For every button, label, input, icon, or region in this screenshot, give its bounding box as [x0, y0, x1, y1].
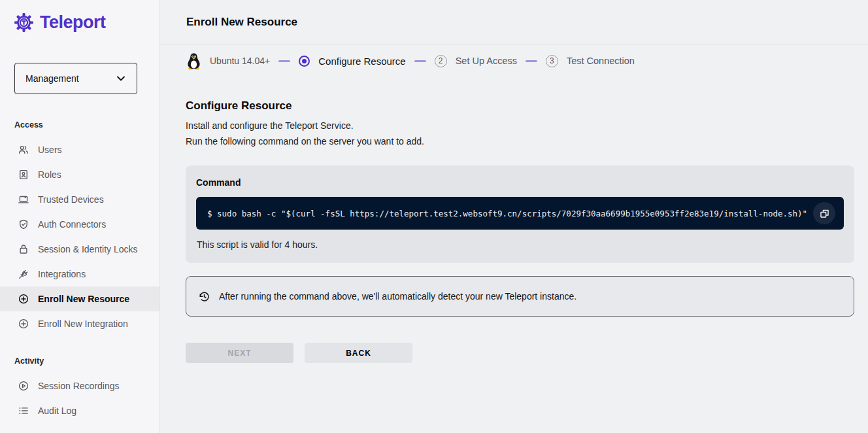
linux-tux-icon	[186, 52, 201, 70]
plus-circle-icon	[18, 318, 29, 330]
step-description-line1: Install and configure the Teleport Servi…	[186, 118, 854, 133]
back-button[interactable]: BACK	[305, 343, 412, 363]
step-2-circle: 2	[435, 55, 447, 67]
sidebar-section-activity: Activity	[14, 356, 159, 366]
sidebar-item-label: Auth Connectors	[38, 219, 106, 230]
sidebar-item-integrations[interactable]: Integrations	[0, 262, 159, 286]
sidebar: Teleport Management Access Users Roles T…	[0, 0, 160, 433]
step-content: Configure Resource Install and configure…	[160, 71, 868, 363]
sidebar-item-label: Trusted Devices	[38, 194, 104, 205]
stepper-resource-label: Ubuntu 14.04+	[210, 56, 270, 66]
step-connector	[526, 60, 537, 62]
sidebar-section-access: Access	[14, 120, 159, 130]
auto-detect-info-text: After running the command above, we'll a…	[219, 291, 576, 302]
sidebar-item-trusted-devices[interactable]: Trusted Devices	[0, 187, 159, 212]
step-connector	[278, 60, 290, 62]
sidebar-item-label: Audit Log	[38, 406, 76, 416]
sidebar-item-auth-connectors[interactable]: Auth Connectors	[0, 212, 159, 237]
command-panel-label: Command	[196, 177, 844, 188]
shield-check-icon	[18, 218, 29, 230]
step-configure-resource: Configure Resource	[318, 56, 405, 67]
plus-circle-icon	[18, 293, 29, 305]
sidebar-item-users[interactable]: Users	[0, 137, 159, 162]
step-test-connection: Test Connection	[567, 56, 635, 66]
sidebar-item-label: Session Recordings	[38, 381, 120, 391]
chevron-down-icon	[116, 73, 126, 84]
step-set-up-access: Set Up Access	[456, 56, 517, 66]
step-3-circle: 3	[546, 55, 558, 67]
install-command-text: $ sudo bash -c "$(curl -fsSL https://tel…	[207, 209, 807, 218]
step-heading: Configure Resource	[186, 99, 854, 113]
plug-icon	[18, 268, 29, 280]
sidebar-item-enroll-new-resource[interactable]: Enroll New Resource	[0, 286, 159, 311]
command-terminal: $ sudo bash -c "$(curl -fsSL https://tel…	[196, 197, 844, 230]
brand-name: Teleport	[40, 12, 106, 33]
step-description-line2: Run the following command on the server …	[186, 134, 854, 148]
lock-icon	[18, 243, 29, 255]
main-panel: Enroll New Resource Ubuntu 14.04+ Config…	[160, 0, 868, 433]
history-clock-icon	[198, 290, 210, 303]
sidebar-item-label: Enroll New Resource	[38, 294, 129, 304]
page-title: Enroll New Resource	[186, 16, 297, 29]
sidebar-item-session-identity-locks[interactable]: Session & Identity Locks	[0, 237, 159, 262]
list-icon	[18, 405, 29, 417]
laptop-icon	[18, 194, 29, 205]
auto-detect-info-box: After running the command above, we'll a…	[186, 276, 854, 317]
next-button[interactable]: NEXT	[186, 343, 293, 363]
sidebar-item-label: Enroll New Integration	[38, 319, 128, 329]
enrollment-stepper: Ubuntu 14.04+ Configure Resource 2 Set U…	[186, 51, 868, 71]
step-actions: NEXT BACK	[186, 343, 854, 363]
sidebar-item-label: Session & Identity Locks	[38, 244, 138, 254]
page-header: Enroll New Resource	[160, 0, 868, 44]
copy-icon	[819, 208, 830, 219]
sidebar-item-roles[interactable]: Roles	[0, 162, 159, 187]
sidebar-item-audit-log[interactable]: Audit Log	[0, 398, 159, 423]
users-icon	[18, 144, 29, 156]
copy-command-button[interactable]	[813, 202, 835, 224]
sidebar-item-label: Roles	[38, 169, 61, 180]
sidebar-item-enroll-new-integration[interactable]: Enroll New Integration	[0, 311, 159, 336]
active-step-bullet-icon	[299, 56, 310, 67]
teleport-logo[interactable]: Teleport	[0, 0, 159, 34]
mode-selector-value: Management	[25, 73, 79, 84]
command-panel: Command $ sudo bash -c "$(curl -fsSL htt…	[186, 165, 854, 263]
step-connector	[414, 60, 426, 62]
play-circle-icon	[18, 380, 29, 392]
teleport-gear-icon	[13, 12, 35, 33]
id-card-icon	[18, 169, 29, 181]
script-validity-note: This script is valid for 4 hours.	[197, 239, 844, 250]
sidebar-item-label: Integrations	[38, 269, 86, 279]
mode-selector-dropdown[interactable]: Management	[14, 63, 137, 94]
sidebar-item-session-recordings[interactable]: Session Recordings	[0, 373, 159, 398]
sidebar-item-label: Users	[38, 145, 62, 155]
